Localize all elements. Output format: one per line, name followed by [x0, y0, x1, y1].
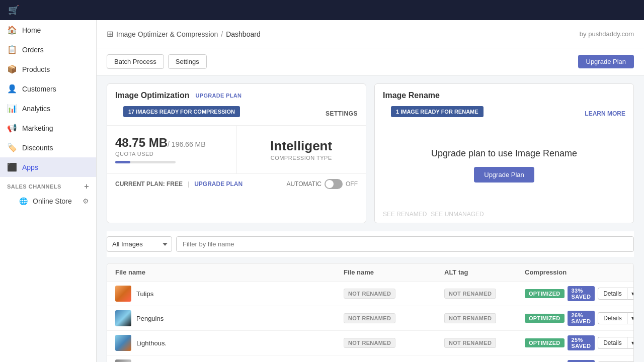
compression-cell: OPTIMIZED 33% SAVED Details ▾ — [525, 286, 625, 301]
progress-bar-background — [115, 161, 176, 163]
quota-mb: 48.75 MB/ 196.66 MB — [115, 136, 228, 150]
file-thumbnail — [115, 359, 131, 362]
online-store-settings-icon[interactable]: ⚙ — [83, 197, 89, 205]
breadcrumb: ⊞ Image Optimizer & Compression / Dashbo… — [107, 29, 261, 39]
alt-tag-badge: NOT RENAMED — [444, 338, 496, 348]
orders-icon: 📋 — [7, 45, 17, 54]
products-icon: 📦 — [7, 64, 17, 74]
auto-toggle-wrap: AUTOMATIC OFF — [286, 179, 358, 189]
main-content: ⊞ Image Optimizer & Compression / Dashbo… — [97, 20, 644, 362]
sidebar-item-customers[interactable]: 👤 Customers — [0, 79, 96, 99]
table-row: Penguins NOT RENAMED NOT RENAMED OPTIMIZ… — [107, 306, 633, 331]
logo-icon: 🛒 — [8, 5, 19, 16]
add-channel-button[interactable]: + — [84, 182, 89, 191]
breadcrumb-separator: / — [221, 30, 223, 38]
quota-section: 48.75 MB/ 196.66 MB QUOTA USED — [107, 126, 237, 173]
filter-select[interactable]: All Images — [107, 236, 172, 252]
file-rename-tag: NOT RENAMED — [344, 289, 395, 299]
file-thumbnail — [115, 310, 131, 326]
progress-bar-fill — [115, 161, 130, 163]
alt-col-cell: NOT RENAMED — [444, 338, 525, 348]
upgrade-plan-button[interactable]: Upgrade Plan — [578, 55, 634, 68]
rename-footer: SEE RENAMED SEE UNMANAGED — [375, 206, 633, 223]
by-text: by pushdaddy.com — [580, 30, 634, 38]
sidebar-item-discounts[interactable]: 🏷️ Discounts — [0, 138, 96, 157]
image-optimization-title: Image Optimization — [115, 91, 190, 100]
saved-badge: 26% SAVED — [568, 311, 595, 326]
rename-banner: 1 IMAGE READY FOR RENAME — [391, 106, 484, 117]
customers-icon: 👤 — [7, 84, 17, 94]
saved-badge: 36% SAVED — [568, 360, 595, 362]
discounts-icon: 🏷️ — [7, 143, 17, 152]
sidebar-label-marketing: Marketing — [22, 124, 53, 132]
table-header: File name File name ALT tag Compression — [107, 263, 633, 282]
rename-banner-row: 1 IMAGE READY FOR RENAME LEARN MORE — [375, 104, 633, 125]
learn-more-link[interactable]: LEARN MORE — [585, 110, 625, 117]
sidebar-label-orders: Orders — [22, 46, 44, 54]
panel-banner-row: 17 IMAGES READY FOR COMPRESSION SETTINGS — [107, 104, 366, 125]
quota-value: 48.75 MB — [115, 136, 168, 149]
details-button[interactable]: Details — [598, 288, 627, 300]
compression-cell: OPTIMIZED 36% SAVED Details ▾ — [525, 360, 625, 362]
automatic-toggle[interactable] — [325, 179, 343, 189]
footer-upgrade-link[interactable]: UPGRADE PLAN — [194, 180, 243, 188]
optimization-settings-link[interactable]: SETTINGS — [326, 110, 358, 117]
footer-sep-1: | — [188, 180, 189, 188]
rename-upgrade-button[interactable]: Upgrade Plan — [474, 167, 534, 183]
file-name-cell: Lighthous. — [115, 335, 344, 351]
rename-body: Upgrade plan to use Image Rename Upgrade… — [375, 125, 633, 206]
sidebar-label-discounts: Discounts — [22, 144, 53, 152]
details-button[interactable]: Details — [598, 337, 627, 349]
alt-tag-badge: NOT RENAMED — [444, 313, 496, 323]
details-dropdown-button[interactable]: ▾ — [627, 288, 634, 300]
sales-channels-label: SALES CHANNELS — [7, 184, 61, 190]
sidebar-label-customers: Customers — [22, 85, 56, 93]
sidebar-item-online-store[interactable]: 🌐 Online Store ⚙ — [0, 193, 96, 209]
settings-button[interactable]: Settings — [168, 54, 207, 69]
image-rename-title: Image Rename — [383, 91, 440, 100]
sidebar-label-home: Home — [22, 26, 41, 34]
file-name-text: Penguins — [136, 315, 164, 322]
details-btn-wrap: Details ▾ — [598, 288, 634, 300]
sidebar-item-orders[interactable]: 📋 Orders — [0, 40, 96, 59]
see-unmanaged-link[interactable]: SEE UNMANAGED — [431, 211, 484, 218]
details-button[interactable]: Details — [598, 312, 627, 324]
batch-process-button[interactable]: Batch Process — [107, 54, 164, 69]
details-dropdown-button[interactable]: ▾ — [627, 312, 634, 324]
panel-title-row: Image Optimization UPGRADE PLAN — [107, 84, 366, 104]
compression-section: Intelligent COMPRESSION TYPE — [237, 126, 366, 173]
file-thumbnail — [115, 286, 131, 302]
compression-cell: OPTIMIZED 26% SAVED Details ▾ — [525, 311, 625, 326]
col-rename: File name — [344, 268, 444, 276]
rename-col-cell: NOT RENAMED — [344, 313, 444, 323]
sidebar-item-products[interactable]: 📦 Products — [0, 59, 96, 79]
analytics-icon: 📊 — [7, 104, 17, 113]
sidebar-item-apps[interactable]: ⬛ Apps — [0, 157, 96, 177]
file-name-text: Tulips — [136, 290, 153, 298]
details-dropdown-button[interactable]: ▾ — [627, 337, 634, 349]
toolbar: Batch Process Settings Upgrade Plan — [97, 48, 644, 75]
sidebar-label-analytics: Analytics — [22, 105, 50, 113]
compression-type-label: COMPRESSION TYPE — [271, 155, 332, 161]
filter-row: All Images — [107, 231, 634, 257]
sidebar-item-marketing[interactable]: 📢 Marketing — [0, 118, 96, 138]
sidebar-item-home[interactable]: 🏠 Home — [0, 20, 96, 40]
filter-input[interactable] — [176, 236, 634, 252]
see-renamed-link[interactable]: SEE RENAMED — [383, 211, 427, 218]
current-plan-label: CURRENT PLAN: FREE — [115, 180, 183, 188]
optimization-upgrade-link[interactable]: UPGRADE PLAN — [196, 93, 242, 99]
main-layout: 🏠 Home 📋 Orders 📦 Products 👤 Customers 📊… — [0, 20, 644, 362]
status-badge: OPTIMIZED — [525, 338, 565, 347]
breadcrumb-app: Image Optimizer & Compression — [116, 30, 218, 38]
table-row: Tulips NOT RENAMED NOT RENAMED OPTIMIZED… — [107, 282, 633, 306]
sidebar-item-analytics[interactable]: 📊 Analytics — [0, 99, 96, 118]
file-name-cell: Tulips — [115, 286, 344, 302]
file-name-cell: Koala — [115, 359, 344, 362]
image-optimization-panel: Image Optimization UPGRADE PLAN 17 IMAGE… — [107, 83, 366, 223]
marketing-icon: 📢 — [7, 123, 17, 133]
optimization-footer: CURRENT PLAN: FREE | UPGRADE PLAN AUTOMA… — [107, 174, 366, 194]
content-header: ⊞ Image Optimizer & Compression / Dashbo… — [97, 20, 644, 48]
table-row: Koala NOT RENAMED NOT RENAMED OPTIMIZED … — [107, 355, 633, 362]
details-btn-wrap: Details ▾ — [598, 337, 634, 349]
rename-col-cell: NOT RENAMED — [344, 289, 444, 299]
